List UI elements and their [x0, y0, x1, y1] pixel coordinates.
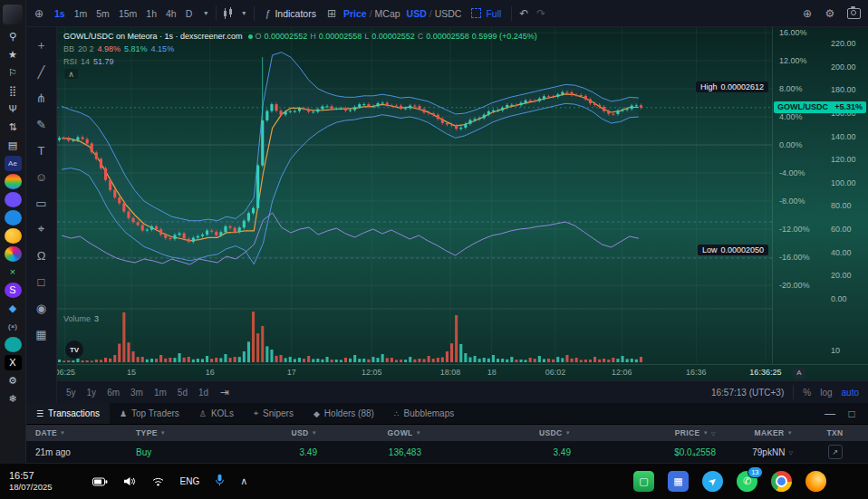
text-tool[interactable]: T [29, 138, 54, 163]
tray-firefox-icon[interactable] [805, 471, 826, 492]
interval-D[interactable]: D [182, 6, 197, 21]
dock-blue-diamond-icon[interactable]: ◆ [5, 301, 22, 316]
tab-kols[interactable]: ♙KOLs [189, 403, 244, 424]
price-option[interactable]: Price [343, 8, 367, 19]
tray-whatsapp-icon[interactable]: ✆13 [737, 471, 757, 492]
header-date[interactable]: DATE▼ [26, 428, 127, 437]
header-gowl[interactable]: GOWL▼ [326, 428, 430, 437]
hide-drawings-tool[interactable]: ◉ [29, 295, 54, 321]
dock-search-icon[interactable]: ⚲ [5, 29, 22, 44]
style-caret-icon[interactable]: ▾ [240, 9, 247, 17]
screenshot-camera-icon[interactable] [847, 8, 861, 19]
undo-icon[interactable]: ↶ [518, 7, 529, 20]
fullscreen-button[interactable]: Full [468, 6, 505, 21]
interval-caret-icon[interactable]: ▾ [202, 9, 209, 17]
dock-stripes-app-icon[interactable] [5, 174, 22, 189]
range-3m[interactable]: 3m [130, 388, 143, 398]
dock-favorites-icon[interactable]: ★ [5, 47, 22, 62]
tray-calculator-icon[interactable]: ▦ [668, 471, 689, 492]
speaker-icon[interactable] [123, 474, 136, 490]
dock-orange-app-icon[interactable] [5, 228, 22, 244]
emoji-tool[interactable]: ☺ [29, 164, 54, 189]
txn-link-icon[interactable]: ↗ [828, 445, 843, 459]
goto-date-icon[interactable]: ⇥ [219, 386, 230, 398]
usdc-option[interactable]: USDC [435, 8, 462, 19]
language-indicator[interactable]: ENG [180, 476, 200, 486]
expand-panel-icon[interactable]: □ [846, 408, 857, 420]
mcap-option[interactable]: MCap [375, 8, 400, 19]
interval-5m[interactable]: 5m [92, 6, 113, 21]
wifi-icon[interactable] [151, 474, 165, 490]
dock-settings-icon[interactable]: ⚙ [5, 373, 22, 389]
dock-fork-icon[interactable]: Ψ [5, 101, 22, 117]
tray-expand-icon[interactable]: ∧ [240, 475, 247, 487]
add-alert-icon[interactable]: ⊕ [34, 7, 44, 20]
price-chart-canvas[interactable] [57, 27, 772, 364]
range-1m[interactable]: 1m [154, 388, 167, 398]
trend-line-tool[interactable]: ╱ [29, 59, 54, 84]
price-axis[interactable]: 16.00%12.00%8.00%4.00%0.00%-4.00%-8.00%-… [772, 27, 868, 364]
price-mcap-toggle[interactable]: Price / MCap [343, 8, 400, 19]
legend-collapse-icon[interactable]: ∧ [64, 69, 78, 79]
dock-notifications-icon[interactable]: ⚐ [5, 65, 22, 81]
dock-paren-x-icon[interactable]: (×) [5, 319, 22, 334]
cell-txn[interactable]: ↗ [802, 445, 868, 459]
microphone-icon[interactable] [215, 474, 225, 490]
tab-snipers[interactable]: ⌖Snipers [244, 403, 304, 424]
dock-sort-arrows-icon[interactable]: ⇅ [5, 120, 22, 135]
log-scale-button[interactable]: log [820, 388, 832, 398]
settings-gear-icon[interactable]: ⚙ [825, 7, 835, 20]
dock-x-app-icon[interactable]: X [5, 355, 22, 370]
interval-1s[interactable]: 1s [51, 6, 69, 21]
funnel-icon[interactable]: ▽ [711, 430, 716, 437]
trash-tool[interactable]: ▦ [29, 321, 54, 347]
header-maker[interactable]: MAKER▼ [725, 428, 802, 437]
tray-chrome-icon[interactable] [771, 471, 792, 492]
dock-multicolor-app-icon[interactable] [5, 246, 22, 262]
dock-purple-app-icon[interactable] [5, 192, 22, 207]
dock-purple-s-icon[interactable]: S [5, 283, 22, 298]
tray-telegram-icon[interactable]: ➤ [702, 471, 723, 492]
percent-scale-button[interactable]: % [803, 388, 811, 398]
tab-top-traders[interactable]: ♟Top Traders [110, 403, 189, 424]
header-usdc[interactable]: USDC▼ [430, 428, 580, 437]
zoom-reset-icon[interactable]: ⊕ [802, 7, 813, 20]
dock-green-x-icon[interactable]: × [5, 264, 22, 280]
dock-teal-app-icon[interactable] [5, 337, 22, 352]
auto-scale-button[interactable]: A [793, 368, 805, 379]
dock-blue-app-icon[interactable] [5, 210, 22, 226]
dock-snowflake-icon[interactable]: ❄ [5, 391, 22, 407]
tab-holders-88[interactable]: ◆Holders (88) [304, 403, 384, 424]
dock-app-logo[interactable] [3, 5, 23, 24]
dock-ae-icon[interactable]: Ae [5, 156, 22, 171]
interval-1m[interactable]: 1m [71, 6, 92, 21]
range-5y[interactable]: 5y [66, 388, 76, 398]
indicators-button[interactable]: ƒ Indicators [261, 6, 320, 21]
tab-transactions[interactable]: ☰Transactions [26, 403, 110, 424]
tab-bubblemaps[interactable]: ∴Bubblemaps [384, 403, 464, 424]
interval-1h[interactable]: 1h [142, 6, 160, 21]
range-1d[interactable]: 1d [198, 388, 208, 398]
minimize-panel-icon[interactable]: — [825, 408, 835, 420]
time-axis[interactable]: A 06:2515161712:0518:081806:0212:0616:36… [57, 364, 868, 380]
zoom-tool[interactable]: ⌖ [29, 216, 54, 242]
battery-icon[interactable] [92, 474, 108, 490]
chart-clock[interactable]: 16:57:13 (UTC+3) [711, 388, 784, 398]
dock-apps-grid-icon[interactable]: ⣿ [5, 83, 22, 99]
header-type[interactable]: TYPE▼ [127, 428, 183, 437]
taskbar-clock[interactable]: 16:57 18/07/2025 [9, 469, 53, 494]
transaction-row[interactable]: 21m agoBuy3.49136,4833.49$0.0₄255879pkNN… [26, 441, 868, 464]
auto-scale-toggle[interactable]: auto [842, 388, 859, 398]
maker-filter-icon[interactable]: ▽ [788, 449, 793, 456]
lock-tool[interactable]: □ [29, 269, 54, 294]
usd-usdc-toggle[interactable]: USD / USDC [407, 8, 462, 19]
range-6m[interactable]: 6m [107, 388, 120, 398]
candle-style-icon[interactable] [223, 7, 234, 20]
pitchfork-tool[interactable]: ⋔ [29, 85, 54, 110]
dock-media-icon[interactable]: ▤ [5, 138, 22, 153]
ruler-tool[interactable]: ▭ [29, 190, 54, 216]
layout-grid-icon[interactable]: ⊞ [326, 7, 337, 20]
range-5d[interactable]: 5d [178, 388, 188, 398]
magnet-tool[interactable]: Ω [29, 243, 54, 268]
header-txn[interactable]: TXN [802, 428, 868, 437]
